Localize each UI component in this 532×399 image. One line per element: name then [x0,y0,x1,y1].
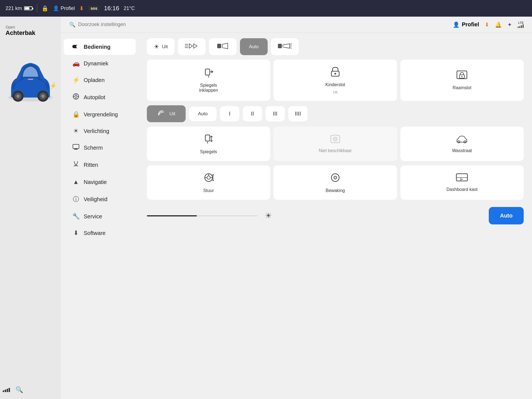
svg-point-6 [41,94,45,98]
download-icon: ⬇ [79,5,84,12]
brightness-auto-label: Auto [500,213,513,219]
sidebar-label-bediening: Bediening [84,44,111,50]
search-input[interactable] [78,22,208,27]
light-btn-uit[interactable]: ☀ Uit [147,38,175,55]
feat-label-niet-beschikbaar: Niet beschikbaar [319,148,352,153]
svg-point-10 [76,45,80,48]
wiper-uit-label: Uit [170,111,175,117]
light-btn-highbeam[interactable] [271,38,299,55]
svg-line-28 [290,48,292,48]
scherm-icon [72,144,80,151]
car-svg: ⚡ [6,42,55,120]
feat-btn-niet-beschikbaar[interactable]: Niet beschikbaar [273,127,397,161]
sidebar-item-veiligheid[interactable]: ⓘ Veiligheid [64,191,136,208]
light-btn-beam[interactable] [209,38,237,55]
feat-label-bewaking: Bewaking [326,188,345,193]
open-text: Open [6,25,55,29]
search-bar: 🔍 👤 Profiel ⬇ 🔔 ✦ LTE [61,17,532,33]
bottom-icons: 🔍 [3,386,23,393]
header-download-icon[interactable]: ⬇ [485,21,489,28]
feat-btn-kinderslot[interactable]: Kinderslot Uit [273,60,397,101]
wiper-btn-speed2[interactable]: II [243,106,262,121]
header-bell-icon[interactable]: 🔔 [495,21,502,28]
feat-btn-raamslot[interactable]: Raamslot [400,60,524,101]
search-container[interactable]: 🔍 [69,22,208,28]
wiper-speed3-label: III [273,111,278,117]
ritten-icon [72,161,80,169]
sidebar-item-service[interactable]: 🔧 Service [64,208,136,224]
sidebar-label-vergrendeling: Vergrendeling [84,111,118,118]
range-text: 221 km [6,6,22,11]
light-btn-edge[interactable] [178,38,206,55]
sidebar-item-opladen[interactable]: ⚡ Opladen [64,72,136,88]
veiligheid-icon: ⓘ [72,195,80,203]
brightness-auto-button[interactable]: Auto [489,207,524,224]
status-profile-label: Profiel [61,6,75,11]
trunk-label: Open Achterbak [3,22,58,39]
sidebar-item-bediening[interactable]: Bediening [64,39,136,55]
wiper-btn-speed3[interactable]: III [265,106,285,121]
status-profile[interactable]: 👤 Profiel [53,5,75,11]
battery-icon [24,6,32,10]
light-auto-label: Auto [249,44,259,50]
header-profile[interactable]: 👤 Profiel [453,21,479,28]
svg-line-26 [290,44,292,44]
opladen-icon: ⚡ [72,76,80,84]
light-highbeam-icon [278,43,292,51]
sidebar-item-verlichting[interactable]: ☀ Verlichting [64,123,136,139]
bediening-icon [72,43,80,50]
wiper-btn-uit[interactable]: Uit [147,105,186,122]
brightness-icon: ☀ [265,211,272,220]
feat-label-spiegels-inklappen: Spiegelsinklappen [199,83,218,93]
light-edge-icon [185,43,199,51]
feat-label-raamslot: Raamslot [453,85,472,90]
wiper-btn-speed4[interactable]: IIII [288,106,308,121]
profile-icon: 👤 [53,5,59,11]
feat-btn-dashboard-kast[interactable]: Dashboard kast [400,165,524,200]
feat-label-stuur: Stuur [203,188,214,193]
svg-point-35 [461,76,462,77]
signal-bars [3,388,10,392]
feat-label-wasstraat: Wasstraat [452,148,472,153]
search-icon-bottom[interactable]: 🔍 [16,386,23,393]
wiper-auto-label: Auto [198,111,208,116]
sidebar-item-software[interactable]: ⬇ Software [64,225,136,241]
wiper-btn-speed1[interactable]: I [220,106,239,121]
wiper-btn-auto[interactable]: Auto [189,107,217,121]
feat-btn-bewaking[interactable]: Bewaking [273,165,397,200]
brightness-row: ☀ Auto [147,204,524,227]
svg-point-12 [75,95,77,98]
feat-btn-wasstraat[interactable]: Wasstraat [400,127,524,161]
svg-point-38 [333,137,337,141]
status-bar: 221 km 🔒 👤 Profiel ⬇ sos 16:16 21°C [0,0,532,17]
wiper-speed4-label: IIII [295,111,301,117]
lte-signal: LTE [518,21,524,28]
header-bluetooth-icon[interactable]: ✦ [507,21,512,28]
feat-btn-spiegels[interactable]: Spiegels [147,127,270,161]
sidebar-item-vergrendeling[interactable]: 🔒 Vergrendeling [64,106,136,122]
feat-btn-spiegels-inklappen[interactable]: Spiegelsinklappen [147,60,270,101]
software-icon: ⬇ [72,229,80,237]
sidebar-label-autopilot: Autopilot [84,94,105,101]
sidebar-item-navigatie[interactable]: ▲ Navigatie [64,174,136,190]
light-beam-icon [217,43,228,51]
status-time: 16:16 [104,5,119,12]
sidebar-label-scherm: Scherm [84,145,103,151]
svg-point-39 [334,138,336,140]
svg-point-3 [16,94,20,98]
svg-rect-7 [28,79,33,80]
camera-icon [330,134,341,145]
brightness-slider[interactable] [147,215,258,216]
light-btn-auto[interactable]: Auto [240,38,268,55]
wiper-speed1-label: I [229,111,231,117]
bewaking-icon [330,172,341,185]
sidebar-item-ritten[interactable]: Ritten [64,156,136,173]
sidebar-item-autopilot[interactable]: Autopilot [64,89,136,106]
feat-btn-stuur[interactable]: Stuur [147,165,270,200]
sidebar-item-dynamiek[interactable]: 🚗 Dynamiek [64,55,136,71]
sidebar-label-dynamiek: Dynamiek [84,60,108,67]
utility-row-2: Stuur Bewaking [147,165,524,200]
svg-point-43 [207,176,210,179]
wiper-icon [157,110,167,118]
sidebar-item-scherm[interactable]: Scherm [64,140,136,156]
